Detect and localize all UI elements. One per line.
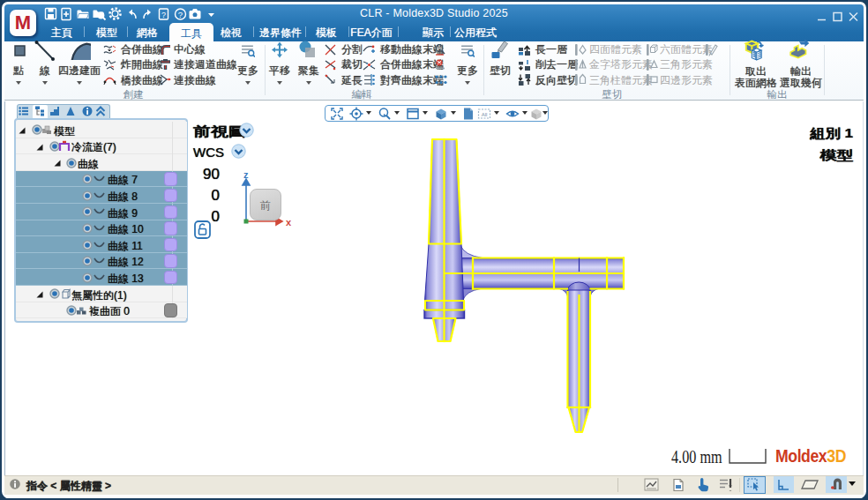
- svg-text:x: x: [286, 217, 292, 228]
- svg-text:?: ?: [161, 11, 166, 19]
- svg-text:All: All: [482, 111, 488, 116]
- svg-text:?: ?: [178, 10, 183, 19]
